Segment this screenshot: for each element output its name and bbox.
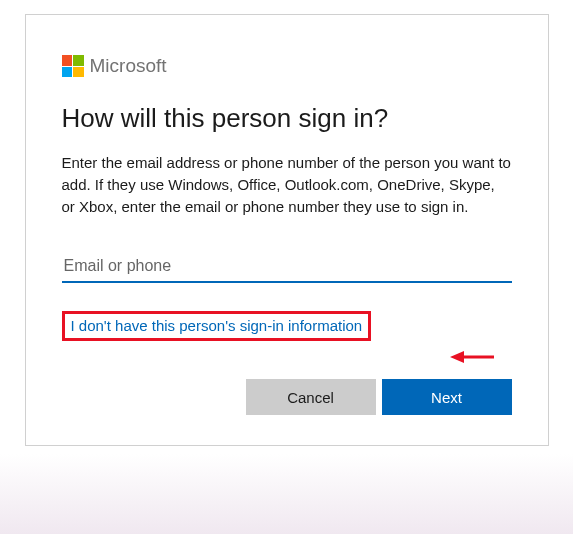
- cancel-button[interactable]: Cancel: [246, 379, 376, 415]
- signin-dialog: Microsoft How will this person sign in? …: [25, 14, 549, 446]
- next-button[interactable]: Next: [382, 379, 512, 415]
- annotation-highlight-box: I don't have this person's sign-in infor…: [62, 311, 372, 341]
- brand-name: Microsoft: [90, 55, 167, 77]
- page-title: How will this person sign in?: [62, 103, 512, 134]
- no-signin-info-link[interactable]: I don't have this person's sign-in infor…: [71, 317, 363, 334]
- arrow-left-icon: [448, 347, 496, 371]
- svg-marker-1: [450, 351, 464, 363]
- description-text: Enter the email address or phone number …: [62, 152, 512, 217]
- button-row: Cancel Next: [62, 379, 512, 415]
- microsoft-logo-icon: [62, 55, 84, 77]
- brand-row: Microsoft: [62, 55, 512, 77]
- email-or-phone-input[interactable]: [62, 253, 512, 283]
